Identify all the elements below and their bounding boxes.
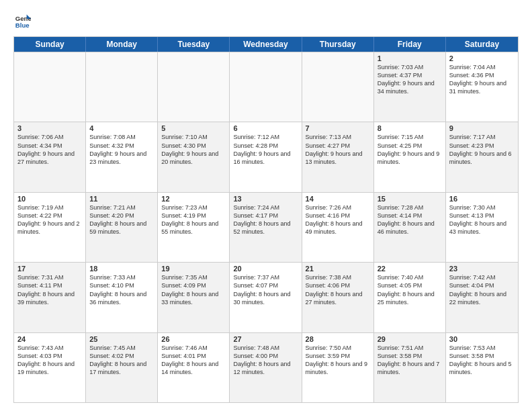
day-number: 28 (306, 335, 370, 343)
calendar-row-5: 24Sunrise: 7:43 AM Sunset: 4:03 PM Dayli… (14, 332, 518, 402)
day-cell-4: 4Sunrise: 7:08 AM Sunset: 4:32 PM Daylig… (86, 122, 158, 191)
calendar-header: SundayMondayTuesdayWednesdayThursdayFrid… (14, 37, 518, 52)
day-cell-22: 22Sunrise: 7:40 AM Sunset: 4:05 PM Dayli… (374, 263, 446, 332)
day-cell-11: 11Sunrise: 7:21 AM Sunset: 4:20 PM Dayli… (86, 193, 158, 262)
day-number: 24 (17, 335, 82, 343)
day-cell-27: 27Sunrise: 7:48 AM Sunset: 4:00 PM Dayli… (230, 333, 302, 402)
day-number: 26 (161, 335, 226, 343)
day-cell-24: 24Sunrise: 7:43 AM Sunset: 4:03 PM Dayli… (14, 333, 86, 402)
day-info: Sunrise: 7:26 AM Sunset: 4:16 PM Dayligh… (306, 203, 370, 236)
day-cell-18: 18Sunrise: 7:33 AM Sunset: 4:10 PM Dayli… (86, 263, 158, 332)
day-number: 5 (161, 124, 226, 132)
day-info: Sunrise: 7:12 AM Sunset: 4:28 PM Dayligh… (233, 133, 298, 166)
day-number: 27 (233, 335, 298, 343)
day-number: 7 (306, 124, 370, 132)
day-cell-9: 9Sunrise: 7:17 AM Sunset: 4:23 PM Daylig… (446, 122, 518, 191)
day-number: 18 (89, 265, 154, 273)
day-number: 2 (449, 54, 515, 62)
day-cell-21: 21Sunrise: 7:38 AM Sunset: 4:06 PM Dayli… (302, 263, 374, 332)
day-info: Sunrise: 7:40 AM Sunset: 4:05 PM Dayligh… (378, 273, 442, 306)
day-info: Sunrise: 7:45 AM Sunset: 4:02 PM Dayligh… (89, 344, 154, 377)
day-number: 30 (449, 335, 515, 343)
day-info: Sunrise: 7:06 AM Sunset: 4:34 PM Dayligh… (17, 133, 82, 166)
day-cell-26: 26Sunrise: 7:46 AM Sunset: 4:01 PM Dayli… (158, 333, 230, 402)
empty-cell (158, 52, 230, 122)
day-number: 9 (449, 124, 515, 132)
day-info: Sunrise: 7:19 AM Sunset: 4:22 PM Dayligh… (17, 203, 82, 236)
day-info: Sunrise: 7:30 AM Sunset: 4:13 PM Dayligh… (449, 203, 515, 236)
day-number: 4 (89, 124, 154, 132)
header-day-monday: Monday (86, 37, 158, 52)
day-cell-16: 16Sunrise: 7:30 AM Sunset: 4:13 PM Dayli… (446, 193, 518, 262)
day-cell-6: 6Sunrise: 7:12 AM Sunset: 4:28 PM Daylig… (230, 122, 302, 191)
calendar-row-1: 1Sunrise: 7:03 AM Sunset: 4:37 PM Daylig… (14, 52, 518, 122)
day-info: Sunrise: 7:33 AM Sunset: 4:10 PM Dayligh… (89, 273, 154, 306)
day-info: Sunrise: 7:37 AM Sunset: 4:07 PM Dayligh… (233, 273, 298, 306)
day-cell-10: 10Sunrise: 7:19 AM Sunset: 4:22 PM Dayli… (14, 193, 86, 262)
header-day-friday: Friday (374, 37, 446, 52)
day-cell-14: 14Sunrise: 7:26 AM Sunset: 4:16 PM Dayli… (302, 193, 374, 262)
day-number: 13 (233, 195, 298, 203)
day-info: Sunrise: 7:51 AM Sunset: 3:58 PM Dayligh… (378, 344, 442, 377)
calendar-row-3: 10Sunrise: 7:19 AM Sunset: 4:22 PM Dayli… (14, 192, 518, 262)
day-number: 6 (233, 124, 298, 132)
day-info: Sunrise: 7:43 AM Sunset: 4:03 PM Dayligh… (17, 344, 82, 377)
day-number: 15 (378, 195, 442, 203)
empty-cell (14, 52, 86, 122)
day-cell-23: 23Sunrise: 7:42 AM Sunset: 4:04 PM Dayli… (446, 263, 518, 332)
empty-cell (230, 52, 302, 122)
day-info: Sunrise: 7:21 AM Sunset: 4:20 PM Dayligh… (89, 203, 154, 236)
empty-cell (86, 52, 158, 122)
day-info: Sunrise: 7:24 AM Sunset: 4:17 PM Dayligh… (233, 203, 298, 236)
calendar-row-4: 17Sunrise: 7:31 AM Sunset: 4:11 PM Dayli… (14, 262, 518, 332)
day-info: Sunrise: 7:03 AM Sunset: 4:37 PM Dayligh… (378, 63, 442, 96)
day-info: Sunrise: 7:48 AM Sunset: 4:00 PM Dayligh… (233, 344, 298, 377)
day-cell-2: 2Sunrise: 7:04 AM Sunset: 4:36 PM Daylig… (446, 52, 518, 122)
day-cell-13: 13Sunrise: 7:24 AM Sunset: 4:17 PM Dayli… (230, 193, 302, 262)
calendar-row-2: 3Sunrise: 7:06 AM Sunset: 4:34 PM Daylig… (14, 122, 518, 191)
day-cell-1: 1Sunrise: 7:03 AM Sunset: 4:37 PM Daylig… (374, 52, 446, 122)
day-info: Sunrise: 7:35 AM Sunset: 4:09 PM Dayligh… (161, 273, 226, 306)
empty-cell (302, 52, 374, 122)
day-number: 21 (306, 265, 370, 273)
day-info: Sunrise: 7:08 AM Sunset: 4:32 PM Dayligh… (89, 133, 154, 166)
svg-text:Blue: Blue (15, 21, 30, 29)
header-day-wednesday: Wednesday (230, 37, 302, 52)
day-info: Sunrise: 7:15 AM Sunset: 4:25 PM Dayligh… (378, 133, 442, 166)
day-number: 11 (89, 195, 154, 203)
day-cell-17: 17Sunrise: 7:31 AM Sunset: 4:11 PM Dayli… (14, 263, 86, 332)
day-number: 19 (161, 265, 226, 273)
header-day-tuesday: Tuesday (158, 37, 230, 52)
day-info: Sunrise: 7:50 AM Sunset: 3:59 PM Dayligh… (306, 344, 370, 377)
day-info: Sunrise: 7:13 AM Sunset: 4:27 PM Dayligh… (306, 133, 370, 166)
calendar-body: 1Sunrise: 7:03 AM Sunset: 4:37 PM Daylig… (14, 52, 518, 402)
day-number: 12 (161, 195, 226, 203)
header-day-sunday: Sunday (14, 37, 86, 52)
day-cell-15: 15Sunrise: 7:28 AM Sunset: 4:14 PM Dayli… (374, 193, 446, 262)
header-day-saturday: Saturday (446, 37, 518, 52)
day-info: Sunrise: 7:38 AM Sunset: 4:06 PM Dayligh… (306, 273, 370, 306)
day-number: 14 (306, 195, 370, 203)
day-cell-3: 3Sunrise: 7:06 AM Sunset: 4:34 PM Daylig… (14, 122, 86, 191)
header-day-thursday: Thursday (302, 37, 374, 52)
day-number: 16 (449, 195, 515, 203)
day-number: 29 (378, 335, 442, 343)
day-cell-29: 29Sunrise: 7:51 AM Sunset: 3:58 PM Dayli… (374, 333, 446, 402)
day-cell-7: 7Sunrise: 7:13 AM Sunset: 4:27 PM Daylig… (302, 122, 374, 191)
logo: General Blue (13, 13, 34, 32)
day-info: Sunrise: 7:46 AM Sunset: 4:01 PM Dayligh… (161, 344, 226, 377)
day-info: Sunrise: 7:17 AM Sunset: 4:23 PM Dayligh… (449, 133, 515, 166)
day-number: 8 (378, 124, 442, 132)
day-info: Sunrise: 7:28 AM Sunset: 4:14 PM Dayligh… (378, 203, 442, 236)
day-cell-20: 20Sunrise: 7:37 AM Sunset: 4:07 PM Dayli… (230, 263, 302, 332)
day-info: Sunrise: 7:31 AM Sunset: 4:11 PM Dayligh… (17, 273, 82, 306)
day-info: Sunrise: 7:10 AM Sunset: 4:30 PM Dayligh… (161, 133, 226, 166)
day-cell-19: 19Sunrise: 7:35 AM Sunset: 4:09 PM Dayli… (158, 263, 230, 332)
day-cell-30: 30Sunrise: 7:53 AM Sunset: 3:58 PM Dayli… (446, 333, 518, 402)
day-info: Sunrise: 7:23 AM Sunset: 4:19 PM Dayligh… (161, 203, 226, 236)
day-number: 10 (17, 195, 82, 203)
day-cell-28: 28Sunrise: 7:50 AM Sunset: 3:59 PM Dayli… (302, 333, 374, 402)
day-info: Sunrise: 7:04 AM Sunset: 4:36 PM Dayligh… (449, 63, 515, 96)
day-number: 3 (17, 124, 82, 132)
day-cell-5: 5Sunrise: 7:10 AM Sunset: 4:30 PM Daylig… (158, 122, 230, 191)
